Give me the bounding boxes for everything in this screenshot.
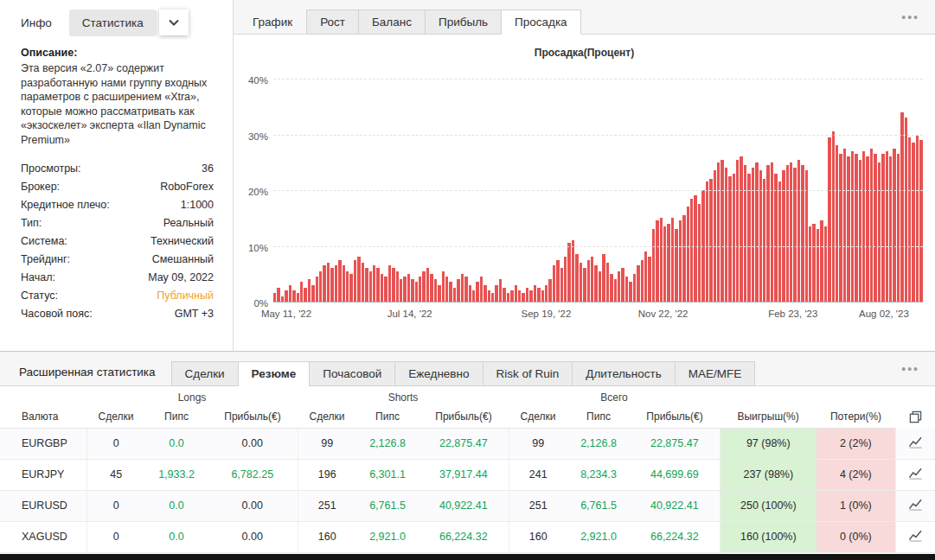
drawdown-bar — [610, 274, 612, 302]
drawdown-bar — [747, 174, 750, 302]
tab-trades[interactable]: Сделки — [171, 361, 239, 386]
drawdown-bar — [801, 165, 804, 302]
drawdown-bar — [419, 277, 421, 302]
drawdown-bar — [553, 265, 555, 302]
field-value: Смешанный — [152, 251, 214, 269]
drawdown-bar — [778, 181, 781, 302]
more-menu-icon[interactable] — [898, 11, 923, 23]
table-cell: 241 — [509, 459, 567, 490]
drawdown-bar — [633, 274, 636, 302]
tab-profit[interactable]: Прибыль — [425, 10, 502, 35]
drawdown-bar — [847, 156, 849, 302]
drawdown-bar — [323, 265, 325, 302]
drawdown-bar — [878, 162, 881, 302]
drawdown-bar — [843, 149, 846, 302]
tab-risk-of-ruin[interactable]: Risk of Ruin — [483, 361, 573, 386]
drawdown-bar — [304, 288, 306, 302]
tab-growth[interactable]: Рост — [306, 10, 359, 35]
drawdown-bar — [349, 274, 352, 302]
equity-chart-icon[interactable] — [908, 498, 923, 511]
drawdown-bar — [518, 290, 521, 302]
chart-plot-area: 0%10%20%30%40% — [273, 67, 923, 302]
tab-summary[interactable]: Резюме — [238, 361, 311, 386]
equity-chart-icon[interactable] — [908, 436, 923, 449]
y-tick-label: 0% — [234, 298, 268, 309]
drawdown-bar — [469, 285, 471, 302]
table-cell: 1,933.2 — [145, 459, 208, 490]
drawdown-bar — [897, 154, 900, 302]
tab-chart[interactable]: График — [246, 10, 299, 35]
drawdown-bar — [889, 156, 892, 302]
field-label: Часовой пояс: — [21, 305, 93, 323]
gridline — [273, 246, 923, 247]
table-cell: 6,761.5 — [356, 490, 419, 521]
drawdown-bar — [886, 151, 888, 302]
equity-chart-icon[interactable] — [908, 467, 923, 480]
drawdown-bar — [445, 277, 448, 302]
field-label: Просмотры: — [21, 160, 81, 178]
drawdown-bar — [793, 168, 796, 302]
x-tick-label: Jul 14, '22 — [387, 309, 432, 319]
currency-cell: EURJPY — [0, 459, 86, 490]
drawdown-bar — [567, 243, 570, 302]
drawdown-bar — [357, 257, 360, 302]
copy-report-icon[interactable] — [909, 410, 922, 423]
statistics-panel: Расширенная статистика Сделки Резюме Поч… — [0, 351, 935, 554]
currency-cell: XAGUSD — [0, 521, 86, 552]
field-value: RoboForex — [160, 178, 214, 196]
drawdown-bar — [812, 224, 815, 302]
drawdown-bar — [644, 251, 647, 302]
wins-cell: 97 (98%) — [720, 428, 817, 459]
statistics-tabs-strip: Расширенная статистика Сделки Резюме Поч… — [0, 352, 935, 386]
drawdown-bar — [618, 271, 620, 302]
field-label: Трейдинг: — [21, 251, 70, 269]
more-menu-icon[interactable] — [898, 363, 923, 375]
tab-mae-mfe[interactable]: MAE/MFE — [675, 361, 756, 386]
drawdown-bar — [855, 154, 857, 302]
drawdown-bar — [580, 263, 582, 302]
tab-daily[interactable]: Ежедневно — [394, 361, 483, 386]
drawdown-bar — [900, 112, 903, 302]
drawdown-bar — [300, 282, 303, 302]
info-field-row: Кредитное плечо:1:1000 — [21, 196, 214, 214]
drawdown-bar — [606, 263, 609, 302]
tab-duration[interactable]: Длительность — [572, 361, 676, 386]
table-cell: 99 — [509, 428, 567, 459]
table-cell: 6,761.5 — [567, 490, 630, 521]
table-cell: 22,875.47 — [419, 428, 509, 459]
drawdown-bar — [545, 285, 548, 302]
table-cell: 0 — [86, 428, 145, 459]
drawdown-bar — [820, 220, 823, 302]
drawdown-bar — [388, 265, 391, 302]
tab-statistics[interactable]: Статистика — [69, 10, 157, 36]
drawdown-bar — [461, 274, 464, 302]
x-tick-label: Feb 23, '23 — [768, 309, 817, 319]
group-shorts: Shorts — [298, 386, 509, 405]
drawdown-bar — [376, 268, 379, 302]
drawdown-bar — [637, 265, 639, 302]
y-tick-label: 20% — [234, 187, 268, 197]
chevron-down-icon[interactable] — [159, 10, 189, 35]
drawdown-bar — [717, 162, 720, 302]
tab-balance[interactable]: Баланс — [358, 10, 426, 35]
tab-hourly[interactable]: Почасовой — [309, 361, 395, 386]
drawdown-bar — [625, 277, 628, 302]
drawdown-bar — [495, 285, 497, 302]
table-cell: 196 — [298, 459, 356, 490]
drawdown-bar — [755, 162, 758, 302]
drawdown-bar — [908, 137, 911, 302]
drawdown-bar — [599, 271, 601, 302]
info-field-row: Брокер:RoboForex — [21, 178, 214, 196]
drawdown-bar — [529, 290, 532, 302]
table-cell: 37,917.44 — [419, 459, 509, 490]
drawdown-bar — [403, 277, 406, 302]
drawdown-bar — [273, 293, 276, 302]
drawdown-bar — [415, 282, 418, 302]
equity-chart-icon[interactable] — [908, 529, 923, 542]
drawdown-bar — [629, 282, 631, 302]
table-row: XAGUSD00.00.001602,921.066,224.321602,92… — [0, 521, 935, 552]
table-row: EURUSD00.00.002516,761.540,922.412516,76… — [0, 490, 935, 521]
tab-info[interactable]: Инфо — [21, 16, 52, 29]
drawdown-bar — [572, 240, 574, 302]
tab-drawdown[interactable]: Просадка — [501, 10, 581, 35]
